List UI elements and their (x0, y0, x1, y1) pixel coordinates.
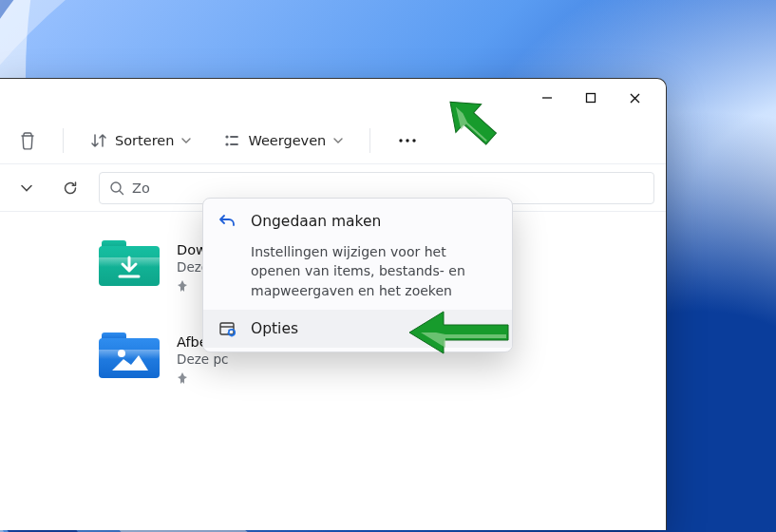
chevron-down-icon (181, 136, 191, 145)
svg-rect-8 (220, 323, 234, 334)
sort-icon (90, 132, 107, 149)
history-dropdown[interactable] (11, 173, 42, 203)
pin-icon (177, 370, 267, 389)
separator (63, 128, 64, 153)
search-icon (109, 180, 124, 196)
view-label: Weergeven (248, 133, 326, 148)
menu-item-undo[interactable]: Ongedaan maken (203, 202, 512, 240)
chevron-down-icon (333, 136, 343, 145)
undo-icon (218, 212, 237, 231)
sort-button[interactable]: Sorteren (85, 124, 197, 157)
folder-location: Deze pc (177, 352, 267, 367)
ellipsis-icon (397, 132, 418, 149)
menu-item-label: Opties (251, 320, 298, 337)
view-button[interactable]: Weergeven (218, 124, 349, 157)
refresh-icon (62, 180, 79, 197)
svg-point-7 (118, 350, 125, 357)
svg-point-1 (226, 135, 229, 138)
chevron-down-icon (20, 181, 33, 195)
view-icon (223, 132, 240, 149)
close-button[interactable] (613, 83, 656, 113)
command-bar: Sorteren Weergeven (0, 117, 666, 164)
titlebar (0, 79, 666, 117)
highlight-arrow-options (404, 304, 518, 361)
sort-label: Sorteren (115, 133, 174, 148)
search-text: Zo (132, 180, 150, 196)
separator (369, 128, 370, 153)
downloads-folder-icon (99, 238, 160, 286)
images-folder-icon (99, 331, 160, 378)
menu-item-label: Ongedaan maken (251, 213, 381, 230)
svg-point-2 (226, 142, 229, 145)
options-icon (218, 319, 237, 338)
svg-point-6 (111, 182, 121, 192)
minimize-button[interactable] (525, 83, 569, 113)
delete-button[interactable] (13, 124, 42, 157)
svg-point-5 (413, 139, 416, 142)
more-button[interactable] (391, 124, 424, 157)
options-tooltip-text: Instellingen wijzigen voor het openen va… (203, 240, 512, 310)
svg-point-4 (407, 139, 409, 142)
svg-point-3 (400, 139, 403, 142)
maximize-button[interactable] (569, 83, 613, 113)
highlight-arrow-top (439, 84, 505, 160)
svg-rect-0 (587, 94, 596, 103)
refresh-button[interactable] (55, 173, 85, 203)
